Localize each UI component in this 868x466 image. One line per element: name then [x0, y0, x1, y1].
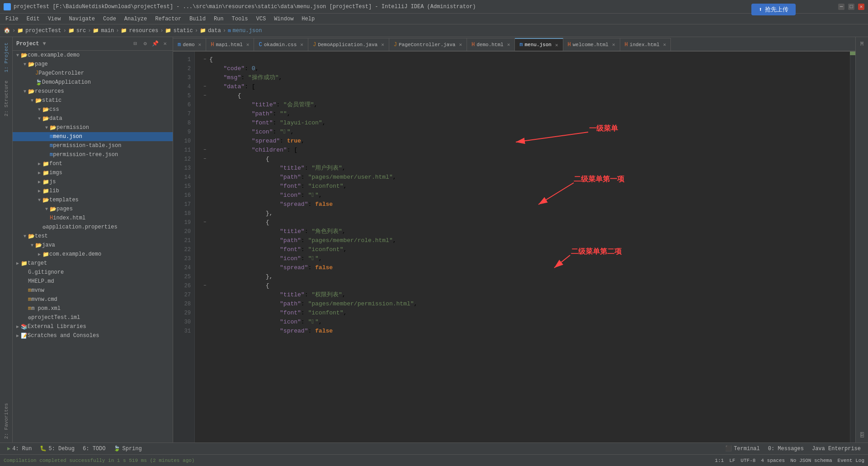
tree-item[interactable]: 📂 css: [13, 105, 173, 114]
tree-item[interactable]: J PageController: [13, 69, 173, 78]
fold-gutter[interactable]: [200, 218, 209, 227]
tree-item[interactable]: 📂 java: [13, 241, 173, 250]
tree-item[interactable]: G .gitignore: [13, 268, 173, 277]
tab-welcome-html[interactable]: Hwelcome.html✕: [563, 38, 620, 51]
tree-item[interactable]: 📂 page: [13, 60, 173, 69]
menu-build[interactable]: Build: [186, 15, 209, 23]
tab-demo-html[interactable]: Hdemo.html✕: [467, 38, 515, 51]
tree-item[interactable]: 🍃 DemoApplication: [13, 78, 173, 87]
tree-item[interactable]: 📁 com.example.demo: [13, 250, 173, 259]
cursor-position[interactable]: 1:1: [715, 458, 724, 463]
menu-tools[interactable]: Tools: [228, 15, 252, 23]
tree-item[interactable]: ⚙ projectTest.iml: [13, 313, 173, 322]
fold-gutter[interactable]: [200, 155, 209, 164]
tree-item[interactable]: 📂 permission: [13, 123, 173, 132]
tab-index-html[interactable]: Hindex.html✕: [620, 38, 671, 51]
breadcrumb-item-file[interactable]: m menu.json: [228, 28, 262, 34]
menu-vcs[interactable]: VCS: [253, 15, 270, 23]
indent[interactable]: 4 spaces: [761, 458, 785, 463]
tab-close[interactable]: ✕: [555, 42, 558, 48]
tab-okadmin-css[interactable]: Cokadmin.css✕: [254, 38, 308, 51]
menu-view[interactable]: View: [44, 15, 65, 23]
tab-close[interactable]: ✕: [459, 42, 462, 48]
tree-item[interactable]: 📂 templates: [13, 195, 173, 204]
tree-item[interactable]: 📂 data: [13, 114, 173, 123]
tab-close[interactable]: ✕: [246, 42, 250, 48]
tree-item[interactable]: H index.html: [13, 214, 173, 223]
encoding[interactable]: UTF-8: [741, 458, 755, 463]
tree-item[interactable]: m permission-tree.json: [13, 150, 173, 159]
tree-item[interactable]: m mvnw.cmd: [13, 295, 173, 304]
tab-close[interactable]: ✕: [663, 42, 666, 48]
menu-edit[interactable]: Edit: [23, 15, 43, 23]
tree-item[interactable]: m menu.json: [13, 132, 173, 141]
tree-item[interactable]: 📂 static: [13, 96, 173, 105]
tree-item[interactable]: ⚙ application.properties: [13, 223, 173, 232]
breadcrumb-item-project[interactable]: 📁 projectTest: [17, 28, 61, 34]
hide-btn[interactable]: ✕: [161, 40, 169, 48]
breadcrumb-item-main[interactable]: 📁 main: [93, 28, 114, 34]
collapse-all-btn[interactable]: ⊟: [131, 40, 139, 48]
fold-gutter[interactable]: [200, 281, 209, 290]
tab-close[interactable]: ✕: [507, 42, 510, 48]
tab-menu-json[interactable]: mmenu.json✕: [515, 38, 563, 51]
menu-navigate[interactable]: Navigate: [65, 15, 99, 23]
close-button[interactable]: ✕: [858, 4, 864, 10]
messages-btn[interactable]: 0: Messages: [764, 445, 807, 453]
maven-tab[interactable]: M: [857, 39, 868, 50]
upload-button[interactable]: ⬆ 抢先上传: [751, 4, 796, 15]
menu-file[interactable]: File: [2, 15, 22, 23]
tree-item[interactable]: m permission-table.json: [13, 141, 173, 150]
menu-help[interactable]: Help: [298, 15, 318, 23]
tool-project[interactable]: 1: Project: [2, 39, 11, 76]
tree-item[interactable]: m m pom.xml: [13, 304, 173, 313]
fold-gutter[interactable]: [200, 146, 209, 155]
menu-analyze[interactable]: Analyze: [121, 15, 151, 23]
code-editor[interactable]: { "code": 0, "msg": "操作成功", "data": [ { …: [195, 52, 850, 442]
tree-item[interactable]: 📚 External Libraries: [13, 322, 173, 331]
breadcrumb-item-resources[interactable]: 📁 resources: [121, 28, 158, 34]
minimize-button[interactable]: ─: [838, 4, 844, 10]
tree-item[interactable]: 📂 pages: [13, 204, 173, 214]
terminal-btn[interactable]: ⬛ Terminal: [722, 444, 764, 453]
java-enterprise-btn[interactable]: Java Enterprise: [808, 445, 864, 453]
todo-tool-btn[interactable]: 6: TODO: [79, 445, 109, 453]
pin-btn[interactable]: 📌: [151, 40, 159, 48]
event-log[interactable]: Event Log: [838, 458, 864, 463]
maximize-button[interactable]: □: [848, 4, 854, 10]
breadcrumb-item-static[interactable]: 📁 static: [165, 28, 193, 34]
fold-gutter[interactable]: [200, 55, 209, 64]
tab-close[interactable]: ✕: [381, 42, 384, 48]
menu-code[interactable]: Code: [99, 15, 120, 23]
json-schema[interactable]: No JSON schema: [790, 458, 832, 463]
fold-gutter[interactable]: [200, 91, 209, 100]
tab-close[interactable]: ✕: [612, 42, 615, 48]
run-tool-btn[interactable]: ▶ 4: Run: [4, 444, 35, 453]
tree-item[interactable]: 📁 imgs: [13, 168, 173, 177]
tree-item[interactable]: 📂 test: [13, 232, 173, 241]
menu-window[interactable]: Window: [270, 15, 297, 23]
tree-item[interactable]: M HELP.md: [13, 277, 173, 286]
breadcrumb-item-src[interactable]: 📁 src: [68, 28, 86, 34]
tree-item[interactable]: 📁 lib: [13, 186, 173, 195]
tab-close[interactable]: ✕: [300, 42, 303, 48]
line-ending[interactable]: LF: [729, 458, 735, 463]
tool-favorites[interactable]: 2: Favorites: [2, 399, 11, 442]
breadcrumb-item-data[interactable]: 📁 data: [200, 28, 221, 34]
tree-item[interactable]: m mvnw: [13, 286, 173, 295]
tree-item[interactable]: 📁 target: [13, 259, 173, 268]
tab-pagecontroller-java[interactable]: JPageController.java✕: [389, 38, 467, 51]
tree-item[interactable]: 📝 Scratches and Consoles: [13, 331, 173, 340]
tree-item[interactable]: 📁 js: [13, 177, 173, 186]
menu-refactor[interactable]: Refactor: [151, 15, 185, 23]
tab-demo[interactable]: mdemo✕: [173, 38, 206, 51]
tab-close[interactable]: ✕: [198, 42, 202, 48]
tab-map1-html[interactable]: Hmap1.html✕: [206, 38, 254, 51]
database-tab[interactable]: 🗄: [857, 430, 868, 441]
tree-item[interactable]: 📂 resources: [13, 87, 173, 96]
tree-item[interactable]: 📂 com.example.demo: [13, 51, 173, 60]
settings-btn[interactable]: ⚙: [141, 40, 149, 48]
tree-item[interactable]: 📁 font: [13, 159, 173, 168]
fold-gutter[interactable]: [200, 82, 209, 91]
spring-tool-btn[interactable]: 🍃 Spring: [110, 444, 145, 453]
